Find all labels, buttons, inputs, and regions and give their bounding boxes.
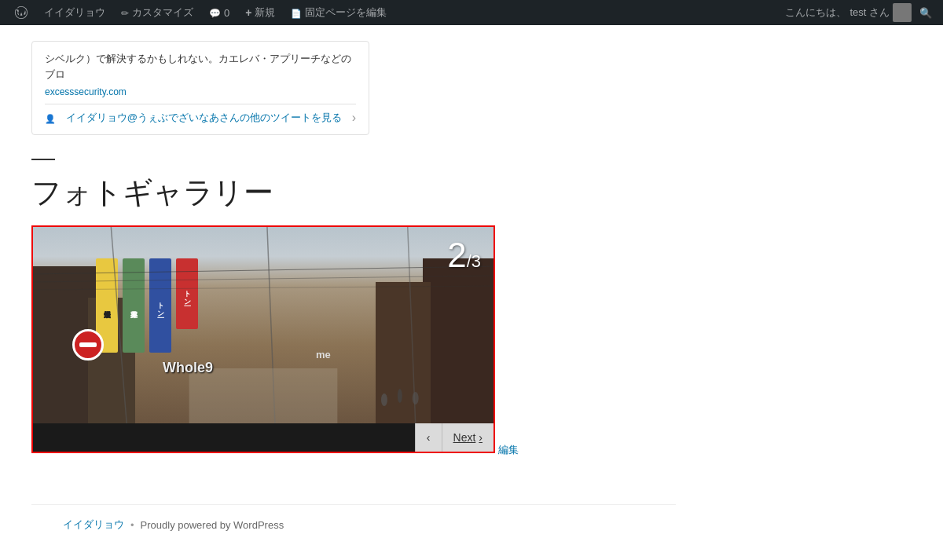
user-avatar: [893, 3, 912, 22]
gallery-nav-row: ‹ Next ›: [33, 423, 494, 452]
gallery-widget: 餃子湯州里 薬井里 トン一 トン一: [31, 225, 495, 453]
new-button[interactable]: 新規: [237, 0, 283, 25]
gallery-image: 餃子湯州里 薬井里 トン一 トン一: [33, 227, 494, 423]
no-entry-sign: [72, 329, 104, 361]
prev-button[interactable]: ‹: [415, 423, 442, 452]
next-button[interactable]: Next ›: [442, 423, 494, 452]
edit-link[interactable]: 編集: [498, 443, 519, 457]
tweet-link-row[interactable]: イイダリョウ@うぇぶでざいなあさんの他のツイートを見る ›: [45, 111, 356, 125]
new-label: 新規: [255, 5, 275, 20]
building-right: [423, 258, 494, 423]
user-icon: [45, 112, 56, 124]
footer-site-name[interactable]: イイダリョウ: [63, 518, 124, 532]
next-label: Next: [453, 431, 476, 444]
pencil-icon: [121, 7, 129, 19]
gallery-title: フォトギャラリー: [31, 173, 676, 213]
tweet-domain: excesssecurity.com: [45, 86, 356, 97]
page-icon: [291, 7, 302, 19]
comments-count: 0: [224, 7, 229, 19]
me-text: me: [316, 349, 331, 361]
footer-separator: •: [130, 519, 134, 531]
building-right2: [376, 282, 431, 423]
site-name-button[interactable]: イイダリョウ: [36, 0, 113, 25]
sign-red: トン一: [176, 258, 198, 329]
user-name-text: test さん: [849, 5, 890, 20]
comments-button[interactable]: 0: [201, 0, 237, 25]
prev-arrow-icon: ‹: [427, 431, 431, 444]
sign-green: 薬井里: [123, 258, 145, 353]
customize-button[interactable]: カスタマイズ: [113, 0, 201, 25]
admin-bar-right: こんにちは、 test さん 🔍: [785, 2, 937, 24]
plus-icon: [245, 6, 251, 19]
main-content: シベルク）で解決するかもしれない。カエレバ・アプリーチなどのブロ excesss…: [0, 25, 707, 560]
comment-icon: [209, 7, 221, 19]
no-entry-bar: [79, 342, 97, 347]
section-divider: [31, 159, 55, 160]
admin-bar-left: イイダリョウ カスタマイズ 0 新規 固定ページを編集: [6, 0, 785, 25]
tweet-divider: [45, 104, 356, 104]
admin-bar: イイダリョウ カスタマイズ 0 新規 固定ページを編集 こんにちは、 test …: [0, 0, 943, 25]
next-arrow-icon: ›: [479, 431, 483, 444]
site-footer: イイダリョウ • Proudly powered by WordPress: [31, 504, 676, 544]
signs-container: 餃子湯州里 薬井里 トン一 トン一: [96, 258, 198, 353]
gallery-counter: 2/3: [447, 238, 481, 273]
tweet-text: シベルク）で解決するかもしれない。カエレバ・アプリーチなどのブロ: [45, 51, 356, 82]
site-name-label: イイダリョウ: [44, 5, 105, 20]
current-index: 2: [447, 236, 466, 274]
customize-label: カスタマイズ: [132, 5, 193, 20]
tweet-link-text: イイダリョウ@うぇぶでざいなあさんの他のツイートを見る: [66, 111, 342, 125]
tweet-block: シベルク）で解決するかもしれない。カエレバ・アプリーチなどのブロ excesss…: [31, 41, 369, 135]
edit-page-label: 固定ページを編集: [305, 5, 387, 20]
wp-logo-button[interactable]: [6, 0, 36, 25]
whole9-text: Whole9: [163, 360, 213, 376]
search-icon[interactable]: 🔍: [915, 2, 937, 24]
greeting-text: こんにちは、: [785, 5, 846, 20]
sign-blue: トン一: [149, 258, 171, 353]
edit-page-button[interactable]: 固定ページを編集: [283, 0, 394, 25]
arrow-icon: ›: [352, 111, 356, 125]
total-count: 3: [472, 251, 481, 271]
footer-powered-by: Proudly powered by WordPress: [141, 519, 284, 531]
